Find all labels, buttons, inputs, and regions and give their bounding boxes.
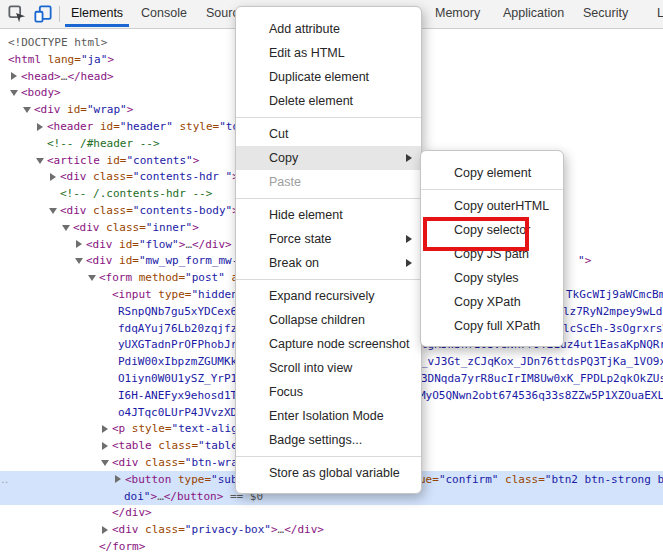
collapse-arrow-icon[interactable] (100, 437, 110, 454)
wrapped-text-fragment: TkGcWIj9aWCmcBm (566, 286, 663, 303)
menu-separator (236, 279, 421, 280)
dom-node-code: </div> (112, 504, 152, 521)
dom-node-code: </form> (99, 538, 145, 555)
dom-node-code: <button type="subm (125, 471, 244, 488)
dom-node-code: <div class="inner"> (73, 219, 199, 236)
dom-node-code: yUXGTadnPrOFPhobJrCE (118, 336, 250, 353)
device-toolbar-icon[interactable] (34, 5, 52, 23)
menu-item-hide-element[interactable]: Hide element (236, 203, 421, 227)
wrapped-text-fragment: lz7RyN2mpey9wLdr (563, 303, 663, 320)
menu-item-copy-outerhtml[interactable]: Copy outerHTML (421, 194, 563, 218)
menu-item-cut[interactable]: Cut (236, 122, 421, 146)
menu-item-add-attribute[interactable]: Add attribute (236, 17, 421, 41)
devtools-window: ElementsConsoleSourcesMemoryApplicationS… (0, 0, 663, 555)
expand-arrow-icon[interactable] (100, 454, 110, 471)
dom-node-code: <table class="table- (112, 437, 244, 454)
dom-node-code: <div class="btn-wrap (112, 454, 244, 471)
inspect-element-icon[interactable] (8, 5, 26, 23)
tab-lighthouse[interactable]: Lighthouse (650, 0, 663, 27)
context-menu: Add attributeEdit as HTMLDuplicate eleme… (235, 6, 422, 494)
dom-node-code: <div id="wrap"> (34, 101, 133, 118)
menu-item-duplicate-element[interactable]: Duplicate element (236, 65, 421, 89)
wrapped-text-fragment: lcScEh-3sOgrxrsV (563, 320, 663, 337)
dom-node-code: I6H-ANEFyx9ehosd1T5y (118, 387, 250, 404)
collapse-arrow-icon[interactable] (35, 118, 45, 135)
menu-separator (421, 189, 563, 190)
wrapped-text-fragment: MyO5QNwn2obt674536q33s8ZZw5P1XZOuaEXL (419, 387, 663, 404)
dom-node-code: <article id="contents"> (47, 152, 199, 169)
dom-node-code: <form method="post" a (99, 269, 238, 286)
toolbar-divider (59, 6, 60, 22)
menu-item-expand-recursively[interactable]: Expand recursively (236, 284, 421, 308)
dom-node-code: <div id="flow">…</div> (86, 236, 232, 253)
menu-separator (236, 456, 421, 457)
menu-item-copy[interactable]: Copy (236, 146, 421, 170)
menu-item-break-on[interactable]: Break on (236, 251, 421, 275)
dom-node-code: <p style="text-align (112, 420, 244, 437)
dom-node-code: <div class="privacy-box">…</div> (112, 521, 324, 538)
dom-node-code: PdiW00xIbpzmZGUMKkBX (118, 353, 250, 370)
dom-tree-row[interactable]: <div class="privacy-box">…</div> (0, 521, 663, 538)
dom-node-code: <input type="hidden" (112, 286, 244, 303)
tab-application[interactable]: Application (496, 0, 571, 27)
menu-item-capture-node-screenshot[interactable]: Capture node screenshot (236, 332, 421, 356)
collapse-arrow-icon[interactable] (113, 471, 123, 488)
menu-item-paste[interactable]: Paste (236, 170, 421, 194)
wrapped-text-fragment: ue="confirm" class="btn2 btn-strong bt (419, 471, 663, 488)
dom-tree-row[interactable]: </form> (0, 538, 663, 555)
menu-separator (236, 117, 421, 118)
menu-item-edit-as-html[interactable]: Edit as HTML (236, 41, 421, 65)
dom-tree-row[interactable]: </div> (0, 504, 663, 521)
menu-item-copy-xpath[interactable]: Copy XPath (421, 290, 563, 314)
wrapped-text-fragment: 3DNqda7yrR8ucIrIM8Uw0xK_FPDLp2qkOkZUs (421, 370, 663, 387)
dom-node-code: O1iyn0W0U1ySZ_YrP1OH (118, 370, 250, 387)
dom-node-code: <!DOCTYPE html> (8, 34, 107, 51)
tab-memory[interactable]: Memory (428, 0, 487, 27)
menu-separator (236, 198, 421, 199)
row-more-dots: ‥ (1, 471, 9, 488)
menu-item-enter-isolation-mode[interactable]: Enter Isolation Mode (236, 404, 421, 428)
tab-elements[interactable]: Elements (64, 0, 130, 27)
submenu-arrow-icon (406, 259, 412, 267)
collapse-arrow-icon[interactable] (100, 420, 110, 437)
menu-item-focus[interactable]: Focus (236, 380, 421, 404)
menu-item-collapse-children[interactable]: Collapse children (236, 308, 421, 332)
expand-arrow-icon[interactable] (22, 101, 32, 118)
submenu-arrow-icon (406, 154, 412, 162)
expand-arrow-icon[interactable] (35, 152, 45, 169)
dom-node-code: fdqAYuj76Lb20zqjfzbU (118, 320, 250, 337)
dom-node-code: <html lang="ja"> (8, 51, 114, 68)
dom-node-code: <body> (21, 84, 61, 101)
expand-arrow-icon[interactable] (87, 269, 97, 286)
submenu-arrow-icon (406, 235, 412, 243)
collapse-arrow-icon[interactable] (9, 68, 19, 85)
dom-node-code: <!-- /.contents-hdr --> (60, 185, 212, 202)
menu-item-copy-full-xpath[interactable]: Copy full XPath (421, 314, 563, 338)
wrapped-text-fragment: "> (578, 252, 591, 269)
expand-arrow-icon[interactable] (74, 252, 84, 269)
collapse-arrow-icon[interactable] (100, 521, 110, 538)
menu-item-store-as-global-variable[interactable]: Store as global variable (236, 461, 421, 485)
dom-node-code: <div class="contents-hdr "> (60, 168, 239, 185)
tab-security[interactable]: Security (576, 0, 635, 27)
dom-node-code: RSnpQNb7gu5xYDCex6fz (118, 303, 250, 320)
menu-item-force-state[interactable]: Force state (236, 227, 421, 251)
menu-item-delete-element[interactable]: Delete element (236, 89, 421, 113)
tab-console[interactable]: Console (134, 0, 194, 27)
collapse-arrow-icon[interactable] (74, 236, 84, 253)
expand-arrow-icon[interactable] (48, 202, 58, 219)
collapse-arrow-icon[interactable] (48, 168, 58, 185)
dom-node-code: <div class="contents-body"> (60, 202, 239, 219)
dom-node-code: <header id="header" style="to (47, 118, 239, 135)
dom-node-code: <head>…</head> (21, 68, 114, 85)
expand-arrow-icon[interactable] (9, 84, 19, 101)
menu-item-badge-settings[interactable]: Badge settings... (236, 428, 421, 452)
menu-item-copy-element[interactable]: Copy element (421, 161, 563, 185)
annotation-red-box (423, 217, 529, 251)
expand-arrow-icon[interactable] (61, 219, 71, 236)
dom-node-code: o4JTqc0LUrP4JVvzXDLm (118, 404, 250, 421)
menu-item-scroll-into-view[interactable]: Scroll into view (236, 356, 421, 380)
dom-node-code: <!-- /#header --> (47, 135, 160, 152)
wrapped-text-fragment: _vJ3Gt_zCJqKox_JDn76ttdsPQ3TjKa_1VO9x (421, 353, 663, 370)
menu-item-copy-styles[interactable]: Copy styles (421, 266, 563, 290)
